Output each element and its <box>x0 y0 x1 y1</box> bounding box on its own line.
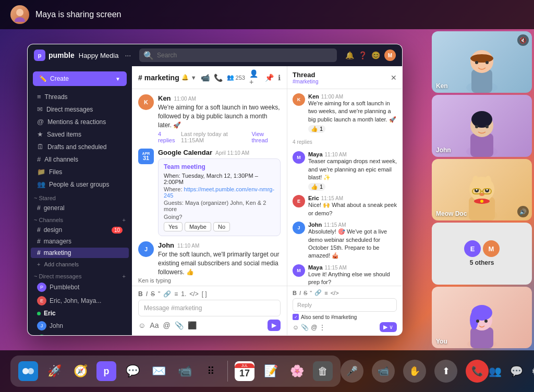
dm-eric[interactable]: Eric <box>31 308 129 318</box>
dock-calendar[interactable]: JUL 17 <box>233 360 256 383</box>
at-icon[interactable]: @ <box>163 321 170 329</box>
marketing-hash-icon: # <box>37 249 41 256</box>
svg-point-28 <box>480 200 483 203</box>
rsvp-no[interactable]: No <box>213 222 230 231</box>
message-input[interactable]: Message #marketing <box>138 300 281 316</box>
dock-apps-grid[interactable]: ⠿ <box>199 360 222 383</box>
dock-finder[interactable] <box>17 360 40 383</box>
channel-marketing[interactable]: # marketing <box>31 248 129 258</box>
chat-button[interactable]: 💬 <box>510 365 523 377</box>
dock-messages[interactable]: 💬 <box>121 360 144 383</box>
code-icon[interactable]: </> <box>189 290 198 298</box>
phone-icon[interactable]: 📞 <box>214 74 223 82</box>
cal-link[interactable]: https://meet.pumble.com/env-nmrg-245 <box>164 186 274 199</box>
thread-emoji-icon[interactable]: ☺ <box>293 324 299 331</box>
participants-button[interactable]: 👥 <box>489 365 502 377</box>
sidebar-item-drafts[interactable]: 🗓 Drafts and scheduled <box>31 141 129 153</box>
italic-icon[interactable]: I <box>146 290 148 298</box>
dm-group[interactable]: E Eric, John, Maya... <box>31 295 129 307</box>
thread-attach-icon[interactable]: 📎 <box>301 324 309 331</box>
ordered-list-icon[interactable]: 1. <box>181 290 186 298</box>
cal-event-guests: Guests: Maya (organizer) John, Ken & 2 m… <box>164 200 275 212</box>
dm-john[interactable]: J John <box>31 320 129 332</box>
dock-mail[interactable]: ✉️ <box>147 360 170 383</box>
sidebar-item-files[interactable]: 📁 Files <box>31 166 129 178</box>
emoji-add-icon[interactable]: ☺ <box>138 321 145 329</box>
search-input[interactable] <box>157 52 333 59</box>
user-avatar[interactable]: M <box>384 50 396 61</box>
thread-bold-icon[interactable]: B <box>293 290 297 296</box>
quote-icon[interactable]: " <box>158 290 160 298</box>
sidebar-item-people[interactable]: 👥 People & user groups <box>31 178 129 190</box>
bell-icon[interactable]: 🔔 <box>345 51 354 59</box>
thread-code-icon[interactable]: </> <box>331 290 339 296</box>
thread-list-icon[interactable]: ≡ <box>324 290 327 296</box>
dock-safari[interactable]: 🧭 <box>69 360 92 383</box>
thread-quote-icon[interactable]: " <box>310 290 312 296</box>
sidebar-item-mentions[interactable]: @ Mentions & reactions <box>31 116 129 128</box>
john-label: John <box>436 146 451 154</box>
link-icon[interactable]: 🔗 <box>163 290 171 298</box>
thread-italic-icon[interactable]: I <box>299 290 301 296</box>
add-channel-item[interactable]: + Add channels <box>31 259 129 270</box>
ken-avatar: K <box>138 94 154 110</box>
rsvp-yes[interactable]: Yes <box>164 222 183 231</box>
create-button[interactable]: ✏️ Create ▼ <box>33 71 127 86</box>
thread-at-icon[interactable]: @ <box>311 324 317 331</box>
info-icon[interactable]: ℹ <box>278 74 281 82</box>
share-button[interactable]: ⬆ <box>434 360 457 383</box>
calendar-card: Team meeting When: Tuesday, March 12, 1:… <box>158 158 281 236</box>
thread-send-button[interactable]: ▶ ∨ <box>380 322 397 332</box>
channel-dropdown-icon[interactable]: ▼ <box>191 75 197 81</box>
settings-button[interactable]: ⚙ <box>531 365 534 377</box>
thread-strike-icon[interactable]: S <box>304 290 307 296</box>
channel-design[interactable]: # design 10 <box>31 225 129 235</box>
add-dm-icon[interactable]: + <box>123 273 126 279</box>
camera-button[interactable]: 📹 <box>372 360 395 383</box>
channel-general[interactable]: # general <box>31 203 129 213</box>
unordered-list-icon[interactable]: ≡ <box>174 290 178 298</box>
thread-link-icon[interactable]: 🔗 <box>314 289 322 296</box>
thread-reply-input[interactable]: Reply <box>293 298 397 312</box>
add-member-icon[interactable]: 👤+ <box>249 69 261 86</box>
sidebar-item-direct-messages[interactable]: ✉ Direct messages <box>31 103 129 115</box>
pin-icon[interactable]: 📌 <box>265 74 274 82</box>
pumble-search[interactable]: 🔍 <box>139 48 337 62</box>
dock-facetime[interactable]: 📹 <box>173 360 196 383</box>
channel-managers[interactable]: # managers <box>31 236 129 247</box>
workspace-menu-icon[interactable]: ··· <box>125 51 131 59</box>
mic-button[interactable]: 🎤 <box>341 360 363 383</box>
strikethrough-icon[interactable]: S <box>151 290 155 298</box>
thread-close-icon[interactable]: ✕ <box>391 74 397 82</box>
svg-point-17 <box>472 176 479 186</box>
format-icon[interactable]: Aa <box>150 321 159 329</box>
emoji-icon[interactable]: 😊 <box>371 51 380 59</box>
dock-photos[interactable]: 🌸 <box>285 360 308 383</box>
video-icon[interactable]: 📹 <box>201 74 210 82</box>
dock-notes[interactable]: 📝 <box>259 360 282 383</box>
dm-mia[interactable]: M Mia <box>31 333 129 335</box>
sidebar-item-saved[interactable]: ★ Saved items <box>31 128 129 140</box>
send-button[interactable]: ▶ <box>268 320 281 331</box>
sidebar-item-all-channels[interactable]: # All channels <box>31 153 129 165</box>
gif-icon[interactable]: ⬛ <box>188 321 197 329</box>
dock-pumble[interactable]: p <box>95 360 118 383</box>
bold-icon[interactable]: B <box>138 290 143 298</box>
dock-trash[interactable]: 🗑 <box>311 360 334 383</box>
rsvp-maybe[interactable]: Maybe <box>185 222 211 231</box>
dm-pumblebot[interactable]: P Pumblebot <box>31 281 129 293</box>
code-block-icon[interactable]: [ ] <box>202 290 207 298</box>
attach-icon[interactable]: 📎 <box>175 321 184 329</box>
hand-button[interactable]: ✋ <box>403 360 426 383</box>
add-channel-icon[interactable]: + <box>123 217 126 223</box>
channel-notification-icon[interactable]: 🔔 <box>181 74 189 81</box>
thread-checkbox[interactable]: ✓ <box>293 314 299 320</box>
help-icon[interactable]: ❓ <box>358 51 367 59</box>
view-thread-link[interactable]: View thread <box>251 131 281 143</box>
member-count: 👥 253 <box>227 74 245 81</box>
sidebar-item-threads[interactable]: ≡ Threads <box>31 91 129 103</box>
thread-more-icon[interactable]: ⋮ <box>319 324 325 331</box>
ken-replies-count: 4 replies <box>158 131 179 143</box>
end-call-button[interactable]: 📞 <box>466 360 489 383</box>
dock-launchpad[interactable]: 🚀 <box>43 360 66 383</box>
